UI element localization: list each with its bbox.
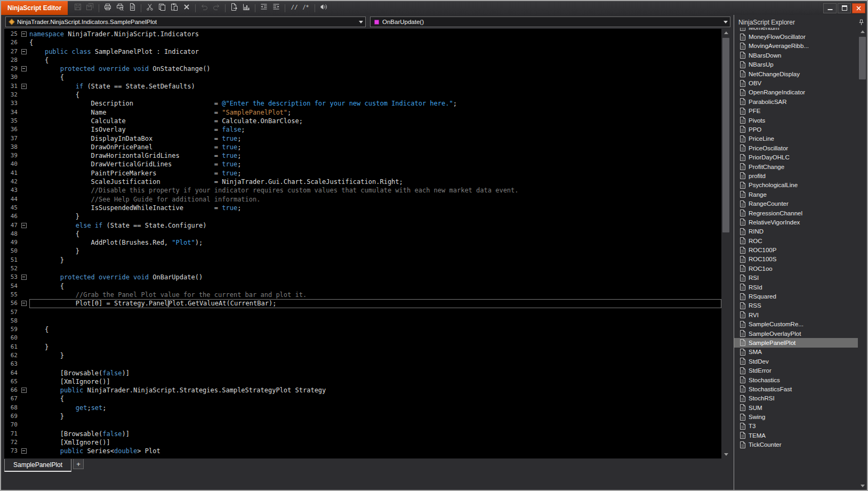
code-line-33[interactable]: 33 Description = @"Enter the description…	[4, 99, 721, 108]
explorer-item[interactable]: PFE	[734, 107, 858, 116]
uncomment-button[interactable]: /*	[300, 3, 312, 13]
code-line-63[interactable]: 63	[4, 360, 721, 368]
explorer-item[interactable]: RSI	[734, 273, 858, 283]
explorer-item[interactable]: ROC100P	[734, 245, 858, 254]
explorer-item[interactable]: ROC100S	[734, 255, 858, 264]
code-line-66[interactable]: 66 public NinjaTrader.NinjaScript.Strate…	[4, 386, 721, 395]
explorer-item[interactable]: Momentum	[734, 28, 858, 32]
explorer-item[interactable]: RangeCounter	[734, 199, 858, 208]
indent-button[interactable]	[270, 3, 282, 13]
explorer-item[interactable]: NetChangeDisplay	[734, 69, 858, 78]
code-line-25[interactable]: 25namespace NinjaTrader.NinjaScript.Indi…	[4, 30, 721, 38]
fold-collapse-icon[interactable]	[19, 30, 29, 38]
code-line-55[interactable]: 55 //Grab the Panel Plot value for the c…	[4, 291, 721, 299]
cut-button[interactable]	[144, 3, 156, 13]
code-line-52[interactable]: 52	[4, 264, 721, 273]
explorer-item[interactable]: StdError	[734, 366, 858, 375]
explorer-item[interactable]: RegressionChannel	[734, 208, 858, 218]
explorer-item[interactable]: MoneyFlowOscillator	[734, 32, 858, 41]
code-line-44[interactable]: 44 //See Help Guide for additional infor…	[4, 195, 721, 204]
code-line-26[interactable]: 26{	[4, 38, 721, 47]
code-line-56[interactable]: 56 Plot[0] = Strategy.PanelPlot.GetValue…	[4, 299, 721, 308]
code-line-42[interactable]: 42 ScaleJustification = NinjaTrader.Gui.…	[4, 178, 721, 186]
explorer-item[interactable]: Pivots	[734, 116, 858, 125]
fold-collapse-icon[interactable]	[19, 447, 29, 455]
explorer-item[interactable]: RSId	[734, 283, 858, 292]
code-line-49[interactable]: 49 AddPlot(Brushes.Red, "Plot");	[4, 238, 721, 247]
explorer-item[interactable]: ParabolicSAR	[734, 97, 858, 106]
code-lines[interactable]: 25namespace NinjaTrader.NinjaScript.Indi…	[4, 29, 721, 458]
explorer-item[interactable]: T3	[734, 422, 858, 431]
explorer-item[interactable]: RSquared	[734, 292, 858, 301]
export-doc-button[interactable]	[228, 3, 240, 13]
code-line-48[interactable]: 48 {	[4, 230, 721, 238]
minimize-button[interactable]	[823, 3, 837, 13]
undo-button[interactable]	[198, 3, 210, 13]
explorer-item[interactable]: SampleCustomRe...	[734, 320, 858, 329]
code-line-51[interactable]: 51 }	[4, 256, 721, 264]
code-line-54[interactable]: 54 {	[4, 282, 721, 291]
code-line-67[interactable]: 67 {	[4, 395, 721, 403]
code-line-36[interactable]: 36 IsOverlay = false;	[4, 125, 721, 134]
code-line-37[interactable]: 37 DisplayInDataBox = true;	[4, 134, 721, 143]
explorer-item[interactable]: NBarsUp	[734, 60, 858, 69]
outdent-button[interactable]	[258, 3, 270, 13]
compile-button[interactable]	[318, 3, 329, 13]
code-line-47[interactable]: 47 else if (State == State.Configure)	[4, 221, 721, 230]
explorer-item[interactable]: SMA	[734, 348, 858, 357]
save-button[interactable]	[72, 3, 84, 13]
print-button[interactable]	[102, 3, 114, 13]
explorer-item[interactable]: OpenRangeIndicator	[734, 88, 858, 97]
code-line-69[interactable]: 69 }	[4, 412, 721, 421]
explorer-item[interactable]: ProfitChange	[734, 162, 858, 171]
code-line-71[interactable]: 71 [Browsable(false)]	[4, 430, 721, 438]
code-line-46[interactable]: 46 }	[4, 212, 721, 221]
code-line-68[interactable]: 68 get;set;	[4, 404, 721, 412]
explorer-item[interactable]: TEMA	[734, 431, 858, 440]
explorer-item[interactable]: PPO	[734, 125, 858, 134]
code-line-43[interactable]: 43 //Disable this property if your indic…	[4, 186, 721, 195]
fold-collapse-icon[interactable]	[19, 386, 29, 395]
explorer-scrollbar-track[interactable]	[858, 36, 867, 482]
code-line-28[interactable]: 28 {	[4, 56, 721, 65]
fold-collapse-icon[interactable]	[19, 47, 29, 56]
code-line-31[interactable]: 31 if (State == State.SetDefaults)	[4, 82, 721, 91]
fold-collapse-icon[interactable]	[19, 82, 29, 91]
member-dropdown[interactable]: OnBarUpdate()	[370, 17, 730, 27]
editor-scrollbar[interactable]	[721, 29, 730, 458]
explorer-item[interactable]: Swing	[734, 412, 858, 421]
code-line-32[interactable]: 32 {	[4, 91, 721, 99]
explorer-item[interactable]: PriceOscillator	[734, 143, 858, 152]
redo-button[interactable]	[211, 3, 222, 13]
fold-collapse-icon[interactable]	[19, 299, 29, 308]
explorer-item[interactable]: StochasticsFast	[734, 384, 858, 393]
code-line-53[interactable]: 53 protected override void OnBarUpdate()	[4, 273, 721, 281]
code-line-61[interactable]: 61 }	[4, 343, 721, 351]
explorer-item[interactable]: TickCounter	[734, 440, 858, 449]
explorer-item[interactable]: PriorDayOHLC	[734, 152, 858, 162]
code-line-38[interactable]: 38 DrawOnPricePanel = true;	[4, 143, 721, 151]
code-line-30[interactable]: 30 {	[4, 73, 721, 82]
print-preview-button[interactable]	[114, 3, 126, 13]
editor-scrollbar-track[interactable]	[721, 37, 730, 450]
code-line-50[interactable]: 50 }	[4, 247, 721, 255]
explorer-item[interactable]: Range	[734, 190, 858, 199]
explorer-item[interactable]: RelativeVigorIndex	[734, 218, 858, 227]
code-line-60[interactable]: 60	[4, 334, 721, 342]
explorer-item[interactable]: RVI	[734, 310, 858, 319]
explorer-item[interactable]: PsychologicalLine	[734, 181, 858, 190]
explorer-scrollbar-thumb[interactable]	[859, 37, 866, 79]
scroll-up-arrow[interactable]	[721, 29, 730, 37]
scroll-up-arrow[interactable]	[858, 28, 867, 36]
explorer-item[interactable]: PriceLine	[734, 134, 858, 143]
delete-button[interactable]	[181, 3, 192, 13]
code-line-29[interactable]: 29 protected override void OnStateChange…	[4, 65, 721, 73]
explorer-item[interactable]: RSS	[734, 301, 858, 310]
explorer-item[interactable]: ROC	[734, 236, 858, 245]
code-line-57[interactable]: 57	[4, 308, 721, 317]
explorer-item[interactable]: ROC1oo	[734, 264, 858, 273]
explorer-item[interactable]: profitd	[734, 171, 858, 180]
explorer-item[interactable]: MovingAverageRibb...	[734, 42, 858, 51]
explorer-item[interactable]: RIND	[734, 227, 858, 236]
code-line-70[interactable]: 70	[4, 421, 721, 429]
